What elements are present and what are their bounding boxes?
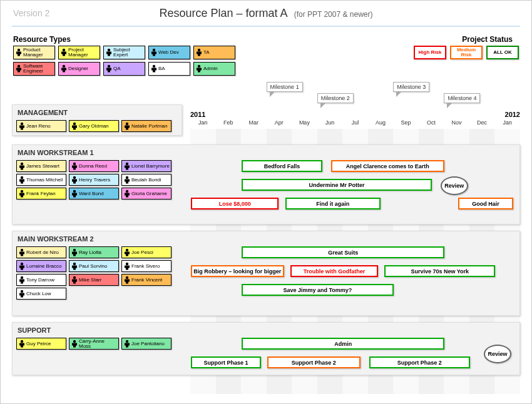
person-icon (71, 189, 78, 198)
person-icon (19, 189, 25, 198)
svg-rect-113 (21, 279, 23, 283)
person-chip: Gloria Grahame (121, 188, 171, 199)
resource-type-chip: Product Manager (13, 46, 55, 59)
gantt-bar: Undermine Mr Potter (242, 179, 431, 191)
person-chip: Joe Pesci (121, 246, 171, 258)
svg-point-124 (21, 290, 23, 292)
person-icon (19, 162, 25, 171)
svg-rect-61 (126, 165, 128, 169)
person-name: Chuck Low (26, 291, 65, 296)
section-workstream-1: MAIN WORKSTREAM 1 James StewartDonna Ree… (12, 144, 520, 225)
gantt-support: AdminSupport Phase 1Support Phase 2Suppo… (191, 338, 519, 372)
svg-rect-94 (72, 251, 73, 254)
person-name: James Stewart (26, 164, 65, 169)
person-icon (124, 248, 130, 257)
svg-rect-54 (19, 165, 21, 168)
svg-rect-137 (126, 343, 128, 347)
svg-rect-127 (23, 293, 24, 295)
svg-rect-79 (23, 193, 24, 195)
person-name: Carry-Anne Moss (79, 339, 118, 349)
svg-rect-29 (108, 68, 110, 73)
status-chip-all-ok: ALL OK (486, 46, 519, 59)
svg-point-116 (73, 276, 76, 278)
svg-rect-117 (73, 279, 76, 283)
svg-rect-10 (106, 52, 108, 54)
svg-point-108 (126, 262, 128, 265)
milestone-callout: Milestone 2 (317, 93, 354, 108)
person-name: Frank Vincent (131, 278, 170, 283)
svg-rect-109 (126, 265, 128, 270)
svg-point-4 (63, 49, 65, 51)
person-name: Robert de Niro (26, 250, 65, 255)
milestone-callout: Milestone 1 (267, 82, 303, 97)
project-status-legend: High Risk Medium Risk ALL OK (414, 46, 519, 59)
milestone-label: Milestone 1 (267, 82, 303, 92)
resource-type-chip: Software Engineer (13, 62, 55, 76)
milestone-label: Milestone 2 (317, 93, 354, 103)
svg-point-68 (73, 176, 76, 178)
svg-rect-135 (76, 343, 77, 345)
svg-rect-5 (63, 52, 65, 56)
person-icon (19, 340, 25, 348)
person-name: Ray Liotta (79, 250, 118, 255)
svg-rect-129 (21, 343, 23, 347)
svg-rect-45 (73, 125, 76, 129)
svg-rect-122 (125, 279, 126, 281)
person-chip: Tony Darrow (16, 274, 66, 286)
title-main: Resource Plan – format A (160, 7, 287, 19)
gantt-bar: Save Jimmy and Tommy? (242, 284, 393, 296)
milestone-callout: Milestone 3 (393, 82, 429, 97)
resource-type-label: BA (158, 66, 189, 71)
svg-point-36 (198, 65, 200, 68)
svg-rect-114 (19, 279, 21, 281)
person-chip: Donna Reed (69, 160, 119, 172)
svg-point-136 (126, 340, 128, 342)
person-chip: Carry-Anne Moss (69, 338, 119, 350)
svg-point-100 (21, 262, 23, 265)
resource-type-label: Project Manager (68, 48, 99, 58)
section-title-ws2: MAIN WORKSTREAM 2 (13, 231, 519, 246)
section-management: MANAGEMENT Jean RenoGary OldmanNatalie P… (12, 104, 182, 136)
svg-rect-30 (106, 68, 108, 71)
person-name: Frank Sivero (131, 264, 170, 269)
svg-rect-31 (110, 68, 111, 71)
svg-rect-110 (125, 265, 126, 268)
person-icon (71, 340, 78, 348)
person-icon (19, 122, 25, 131)
svg-point-52 (21, 162, 23, 164)
svg-rect-83 (76, 193, 77, 195)
month-label: Jun (317, 119, 343, 126)
svg-rect-105 (73, 265, 76, 270)
svg-rect-57 (73, 165, 76, 169)
svg-point-24 (63, 65, 65, 68)
svg-rect-35 (155, 68, 156, 71)
month-label: Jul (342, 119, 368, 126)
status-chip-medium-risk: Medium Risk (450, 46, 483, 59)
svg-rect-89 (21, 251, 23, 256)
svg-rect-115 (23, 279, 24, 281)
svg-rect-103 (23, 265, 24, 268)
month-label: Mar (241, 119, 267, 126)
person-icon (19, 276, 25, 285)
svg-rect-93 (73, 251, 76, 256)
person-icon (19, 290, 25, 298)
svg-rect-43 (23, 125, 24, 128)
person-icon (61, 64, 67, 73)
person-icon (196, 64, 202, 73)
svg-rect-1 (18, 52, 20, 56)
person-name: Ward Bond (79, 191, 118, 196)
year-end: 2012 (505, 111, 520, 118)
svg-rect-63 (128, 165, 130, 168)
svg-rect-95 (76, 251, 77, 254)
svg-rect-82 (72, 193, 73, 195)
svg-rect-13 (153, 52, 155, 56)
person-icon (71, 162, 78, 171)
svg-rect-9 (108, 52, 110, 56)
svg-rect-41 (21, 125, 23, 129)
svg-rect-22 (16, 68, 18, 71)
person-chip: Lorraine Bracco (16, 260, 66, 272)
svg-point-80 (73, 189, 76, 192)
svg-rect-59 (76, 165, 77, 168)
person-name: Jean Reno (26, 124, 65, 129)
resource-type-chip: TA (193, 46, 235, 59)
